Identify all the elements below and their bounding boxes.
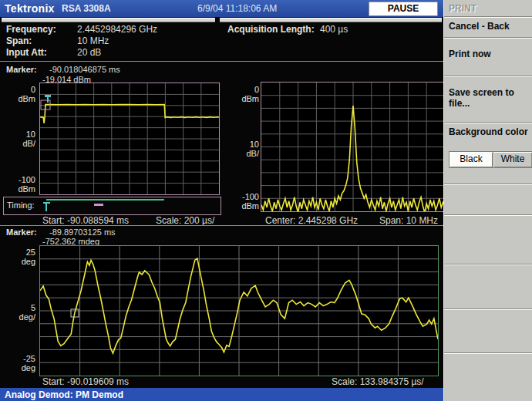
instrument-screen: Tektronix RSA 3308A 6/9/04 11:18:06 AM P…: [0, 0, 532, 401]
separator: [444, 264, 532, 265]
menu-item-print-now[interactable]: Print now: [449, 49, 491, 59]
spectrum-center-label: Center: 2.445298 GHz: [265, 215, 358, 226]
separator: [444, 214, 532, 215]
acq-length-label: Acquisition Length:: [227, 24, 315, 35]
separator: [444, 37, 532, 38]
spectrum-y-min-unit: dBm: [227, 201, 259, 211]
overview-y-max-unit: dBm: [3, 94, 35, 103]
span-label: Span:: [6, 35, 32, 46]
overview-scale-label: Scale: 200 µs/: [156, 215, 214, 226]
timing-trigger-icon: [45, 204, 47, 211]
pm-demod-plot: [39, 245, 439, 376]
datetime-label: 6/9/04 11:18:06 AM: [197, 3, 277, 14]
overview-marker-label: Marker:: [6, 65, 37, 74]
overview-amplitude-plot: [39, 83, 220, 195]
status-text: Analog Demod: PM Demod: [5, 389, 123, 400]
overview-y-min: -100: [3, 175, 35, 184]
trace-marker-box: [70, 308, 79, 317]
brand-logo: Tektronix: [5, 2, 55, 15]
timing-analysis-range: [46, 199, 164, 200]
demod-y-max: 25: [3, 248, 35, 257]
demod-start-label: Start: -90.019609 ms: [42, 376, 129, 387]
input-att-label: Input Att:: [6, 47, 47, 58]
background-black-button[interactable]: Black: [449, 151, 493, 168]
frequency-label: Frequency:: [6, 24, 56, 35]
overview-y-min-unit: dBm: [3, 184, 35, 194]
overview-start-label: Start: -90.088594 ms: [42, 215, 129, 226]
demod-marker-time: -89.89703125 ms: [49, 227, 116, 237]
spectrum-y-perdiv: 10: [227, 140, 259, 149]
status-bar: Analog Demod: PM Demod: [0, 388, 443, 401]
side-menu: PRINT Cancel - Back Print now Save scree…: [443, 0, 532, 401]
title-bar: Tektronix RSA 3308A 6/9/04 11:18:06 AM P…: [0, 0, 443, 17]
demod-scale-label: Scale: 133.984375 µs/: [332, 376, 424, 387]
spectrum-plot: [261, 82, 446, 212]
menu-title: PRINT: [449, 3, 476, 14]
spectrum-y-perdiv-unit: dB/: [227, 149, 259, 158]
separator: [2, 18, 215, 22]
overview-y-max: 0: [3, 85, 35, 94]
spectrum-y-max: 0: [227, 85, 259, 94]
timing-marker-tick: [94, 204, 103, 206]
separator: [0, 225, 443, 226]
separator: [444, 76, 532, 76]
timing-label: Timing:: [7, 200, 35, 210]
demod-y-max-unit: deg: [3, 257, 35, 266]
spectrum-y-max-unit: dBm: [227, 94, 259, 103]
acq-length-value: 400 µs: [320, 24, 348, 35]
spectrum-span-label: Span: 10 MHz: [379, 215, 438, 226]
separator: [444, 122, 532, 123]
separator: [444, 308, 532, 309]
overview-y-perdiv: 10: [3, 130, 35, 139]
demod-y-min: -25: [3, 354, 35, 363]
background-white-button[interactable]: White: [493, 151, 532, 168]
demod-y-min-unit: deg: [3, 363, 35, 372]
demod-marker-label: Marker:: [6, 227, 37, 237]
trace-marker-box: [40, 99, 50, 110]
demod-y-perdiv-unit: deg/: [3, 312, 35, 322]
model-label: RSA 3308A: [62, 3, 111, 14]
menu-item-cancel-back[interactable]: Cancel - Back: [449, 21, 510, 32]
menu-item-save-screen[interactable]: Save screen to file...: [449, 87, 527, 109]
separator: [444, 16, 532, 17]
overview-marker-time: -90.018046875 ms: [49, 65, 120, 74]
separator: [0, 61, 443, 62]
input-att-value: 20 dB: [77, 47, 101, 58]
frequency-value: 2.4452984296 GHz: [77, 24, 157, 35]
span-value: 10 MHz: [77, 35, 109, 46]
pause-button[interactable]: PAUSE: [369, 2, 438, 16]
separator: [220, 18, 442, 22]
spectrum-y-min: -100: [227, 192, 259, 201]
overview-y-perdiv-unit: dB/: [3, 139, 35, 148]
demod-y-perdiv: 5: [3, 303, 35, 312]
separator: [444, 352, 532, 353]
separator: [444, 184, 532, 184]
menu-item-background-color[interactable]: Background color: [449, 126, 532, 137]
